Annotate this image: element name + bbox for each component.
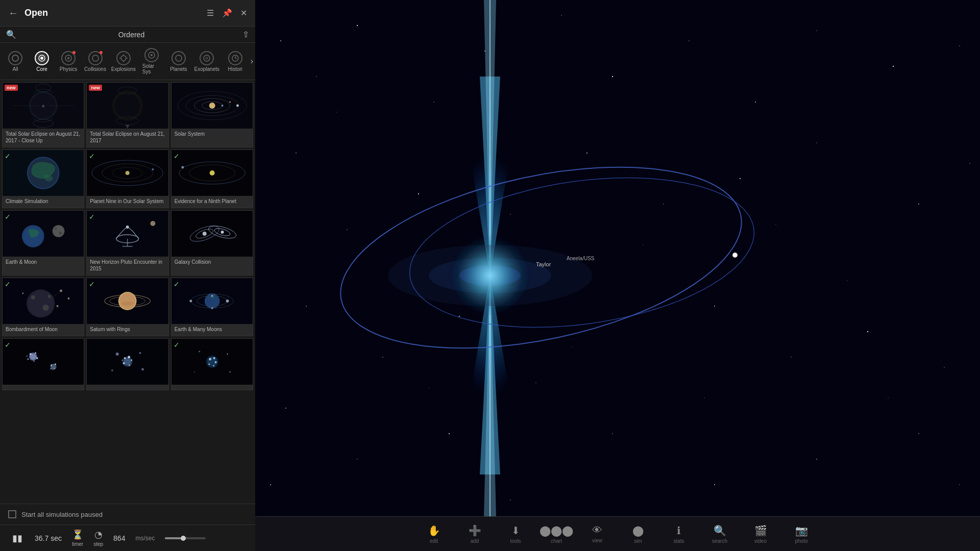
sim-earth-manymoons[interactable]: ✓ xyxy=(171,278,253,336)
sim-title-galaxy-collision: Galaxy Collision xyxy=(172,257,253,268)
sim-thumb-earth-moon: ✓ xyxy=(3,211,84,257)
pin-icon[interactable]: 📌 xyxy=(222,8,232,18)
tool-video[interactable]: 🎬 video xyxy=(740,517,781,552)
tab-solarsys[interactable]: Solar Sys xyxy=(138,46,165,77)
svg-point-181 xyxy=(959,484,960,485)
hand-icon: ✋ xyxy=(428,524,440,537)
tool-view[interactable]: 👁 view xyxy=(577,517,618,552)
category-tabs: All Core Physics Collisio xyxy=(0,43,255,80)
sim-solar-system[interactable]: Solar System xyxy=(171,82,253,147)
tool-tools[interactable]: ⬇ tools xyxy=(495,517,536,552)
svg-point-15 xyxy=(206,57,208,59)
sim-title-saturn: Saturn with Rings xyxy=(87,324,168,336)
check-pluto: ✓ xyxy=(89,213,95,221)
tool-search[interactable]: 🔍 search xyxy=(699,517,740,552)
sim-ninth-planet[interactable]: ✓ Evidence for a Ninth Planet xyxy=(171,149,253,208)
simulation-grid: new xyxy=(0,80,255,504)
svg-point-38 xyxy=(229,102,231,103)
sim-row-1: ✓ Climate Simulation ✓ xyxy=(2,149,253,208)
list-icon[interactable]: ☰ xyxy=(207,8,214,18)
sim-pluto[interactable]: ✓ New Horizon Plut xyxy=(86,210,168,276)
sim-planet9[interactable]: ✓ Planet Nine in Our Solar System xyxy=(86,149,168,208)
sim-earth-moon[interactable]: ✓ Earth & Moon xyxy=(2,210,84,276)
tab-all-icon xyxy=(8,51,22,65)
tabs-chevron[interactable]: › xyxy=(251,57,253,66)
tool-add[interactable]: ➕ add xyxy=(454,517,495,552)
sim-title-ninth-planet: Evidence for a Ninth Planet xyxy=(172,196,253,208)
sim-dark3[interactable]: ✓ xyxy=(171,338,253,390)
check-bombard: ✓ xyxy=(5,280,11,288)
svg-point-170 xyxy=(867,331,868,332)
start-paused-checkbox[interactable] xyxy=(8,510,16,518)
sim-thumb-climate: ✓ xyxy=(3,150,84,196)
sim-title-eclipse-closeup: Total Solar Eclipse on August 21, 2017 -… xyxy=(3,129,84,147)
svg-point-186 xyxy=(847,280,847,281)
tab-core[interactable]: Core xyxy=(29,49,55,74)
svg-point-6 xyxy=(121,56,126,61)
sim-thumb-eclipse-2017: new xyxy=(87,83,168,129)
svg-point-143 xyxy=(316,76,317,77)
svg-point-140 xyxy=(193,371,194,372)
tab-histori[interactable]: Histori xyxy=(222,49,249,74)
step-button[interactable]: ◔ step xyxy=(93,529,103,547)
search-icon-tool: 🔍 xyxy=(714,524,726,537)
tool-sim[interactable]: ⬤ sim xyxy=(618,517,658,552)
sort-icon[interactable]: ⇧ xyxy=(242,30,249,39)
svg-point-125 xyxy=(116,353,119,356)
sim-saturn-rings[interactable]: ✓ Saturn with Rings xyxy=(86,278,168,336)
close-icon[interactable]: ✕ xyxy=(240,8,247,18)
svg-point-67 xyxy=(151,221,156,226)
svg-point-179 xyxy=(510,499,511,500)
svg-point-54 xyxy=(181,166,184,169)
svg-point-71 xyxy=(202,232,206,236)
svg-rect-141 xyxy=(255,0,980,551)
svg-point-150 xyxy=(755,102,756,103)
svg-point-162 xyxy=(918,204,919,205)
svg-point-13 xyxy=(176,55,182,61)
ordered-label: Ordered xyxy=(20,31,242,39)
tool-edit[interactable]: ✋ edit xyxy=(413,517,454,552)
sim-title-earth-moon: Earth & Moon xyxy=(3,257,84,268)
sim-bombard-moon[interactable]: ✓ xyxy=(2,278,84,336)
sim-eclipse-2017[interactable]: new Total Solar Eclipse on August 21, 20… xyxy=(86,82,168,147)
svg-point-99 xyxy=(211,295,213,297)
pause-button[interactable]: ▮▮ xyxy=(10,531,24,545)
tool-photo[interactable]: 📷 photo xyxy=(781,517,822,552)
tool-chart[interactable]: ⬤⬤⬤ chart xyxy=(536,517,577,552)
header-icons: ☰ 📌 ✕ xyxy=(207,8,247,18)
sim-dark1[interactable]: ✓ xyxy=(2,338,84,390)
tab-physics[interactable]: Physics xyxy=(55,49,82,74)
tab-planets[interactable]: Planets xyxy=(165,49,192,74)
status-bar: ▮▮ 36.7 sec ⏳ timer ◔ step 864 ms/sec xyxy=(0,524,255,551)
svg-point-132 xyxy=(209,358,211,361)
svg-point-37 xyxy=(221,105,223,107)
svg-point-124 xyxy=(122,360,123,361)
tab-explosions[interactable]: Explosions xyxy=(109,49,138,74)
sim-galaxy-collision[interactable]: Galaxy Collision xyxy=(171,210,253,276)
tool-stats[interactable]: ℹ stats xyxy=(658,517,699,552)
svg-point-166 xyxy=(459,316,460,317)
tab-exoplanets[interactable]: Exoplanets xyxy=(192,49,222,74)
sim-eclipse-closeup[interactable]: new xyxy=(2,82,84,147)
tab-explosions-label: Explosions xyxy=(111,66,136,72)
back-button[interactable]: ← xyxy=(8,7,18,19)
search-icon[interactable]: 🔍 xyxy=(6,30,16,39)
check-manymoons: ✓ xyxy=(174,280,180,288)
speed-slider[interactable] xyxy=(165,537,206,539)
sim-icon: ⬤ xyxy=(632,524,644,537)
main-area: Taylor Aneela/USS ✋ edit ➕ add ⬇ tools ⬤… xyxy=(255,0,980,551)
sim-title-solar-system: Solar System xyxy=(172,129,253,140)
svg-point-147 xyxy=(561,15,562,16)
sim-dark2[interactable] xyxy=(86,338,168,390)
svg-point-115 xyxy=(51,368,52,369)
svg-point-79 xyxy=(43,305,49,311)
sim-title-manymoons: Earth & Many Moons xyxy=(172,324,253,336)
timer-button[interactable]: ⏳ timer xyxy=(72,529,83,547)
tab-all[interactable]: All xyxy=(2,49,29,74)
sim-title-climate: Climate Simulation xyxy=(3,196,84,208)
sim-climate[interactable]: ✓ Climate Simulation xyxy=(2,149,84,208)
sim-thumb-planet9: ✓ xyxy=(87,150,168,196)
svg-point-176 xyxy=(816,459,817,460)
svg-point-59 xyxy=(53,226,64,237)
tab-collisions[interactable]: Collisions xyxy=(82,49,109,74)
